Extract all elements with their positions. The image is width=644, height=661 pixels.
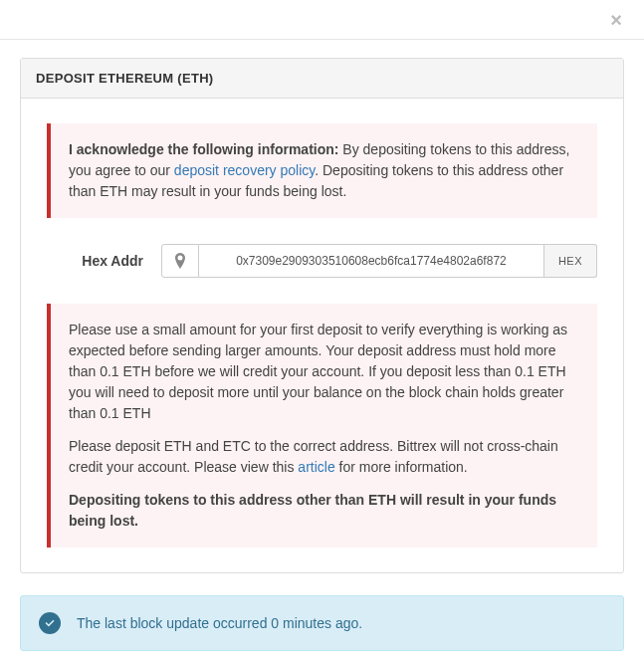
- modal-content: DEPOSIT ETHEREUM (ETH) I acknowledge the…: [0, 40, 644, 661]
- note-warning-lost-funds: Depositing tokens to this address other …: [69, 490, 579, 532]
- map-pin-icon: [161, 244, 199, 278]
- close-icon[interactable]: ×: [610, 10, 622, 30]
- hex-addr-label: Hex Addr: [47, 253, 161, 269]
- deposit-address-input[interactable]: [199, 244, 544, 278]
- check-circle-icon: [39, 612, 61, 634]
- note-crosschain-after: for more information.: [335, 459, 468, 475]
- note-min-deposit: Please use a small amount for your first…: [69, 320, 579, 424]
- instructions-callout: Please use a small amount for your first…: [47, 304, 597, 548]
- panel-body: I acknowledge the following information:…: [21, 99, 623, 572]
- ack-lead: I acknowledge the following information:: [69, 141, 338, 157]
- hex-button[interactable]: HEX: [544, 244, 597, 278]
- address-input-group: HEX: [161, 244, 597, 278]
- hex-address-row: Hex Addr HEX: [47, 244, 597, 278]
- block-status-text: The last block update occurred 0 minutes…: [77, 615, 362, 631]
- deposit-panel: DEPOSIT ETHEREUM (ETH) I acknowledge the…: [20, 58, 624, 573]
- modal-top-bar: ×: [0, 0, 644, 40]
- deposit-recovery-policy-link[interactable]: deposit recovery policy: [174, 162, 315, 178]
- acknowledgement-callout: I acknowledge the following information:…: [47, 123, 597, 218]
- article-link[interactable]: article: [298, 459, 334, 475]
- panel-title: DEPOSIT ETHEREUM (ETH): [21, 59, 623, 99]
- block-status-bar: The last block update occurred 0 minutes…: [20, 595, 624, 651]
